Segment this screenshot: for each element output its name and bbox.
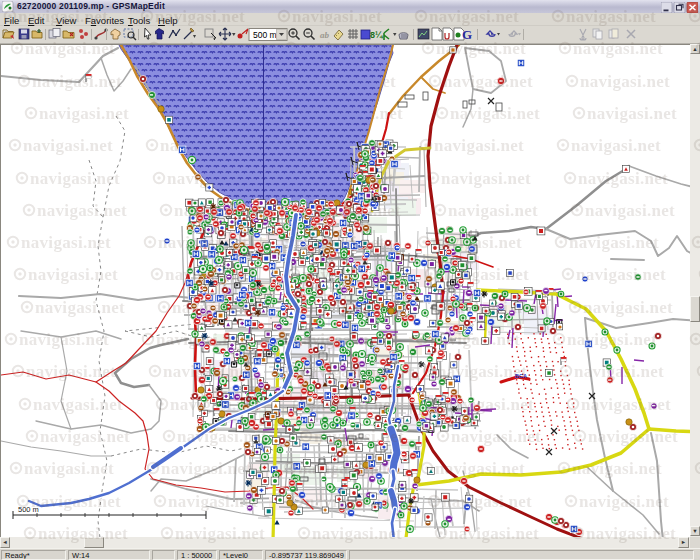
svg-text:BCA: BCA <box>515 373 527 379</box>
svg-text:500 m: 500 m <box>18 505 39 514</box>
svg-text:G: G <box>462 27 472 42</box>
svg-text:8¼: 8¼ <box>370 30 384 40</box>
svg-text:ab: ab <box>320 30 330 40</box>
svg-text:500 m: 500 m <box>253 30 277 40</box>
